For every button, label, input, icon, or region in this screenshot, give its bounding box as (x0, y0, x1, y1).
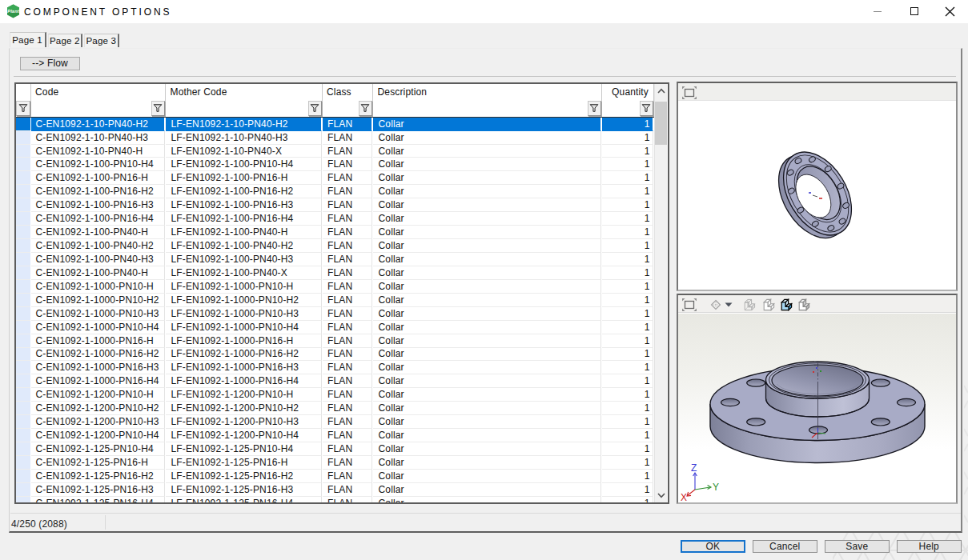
svg-text:Y: Y (713, 482, 719, 493)
svg-text:Z: Z (691, 462, 697, 474)
svg-text:X: X (681, 492, 687, 502)
svg-text:Plant: Plant (7, 9, 19, 14)
